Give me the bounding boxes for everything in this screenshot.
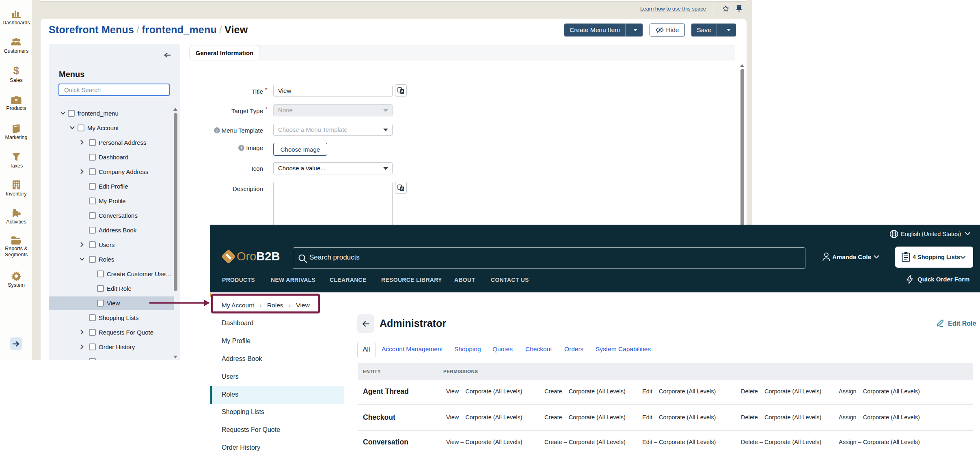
- svg-text:A: A: [401, 89, 403, 93]
- svg-text:$: $: [13, 66, 19, 76]
- svg-text:A: A: [401, 187, 403, 191]
